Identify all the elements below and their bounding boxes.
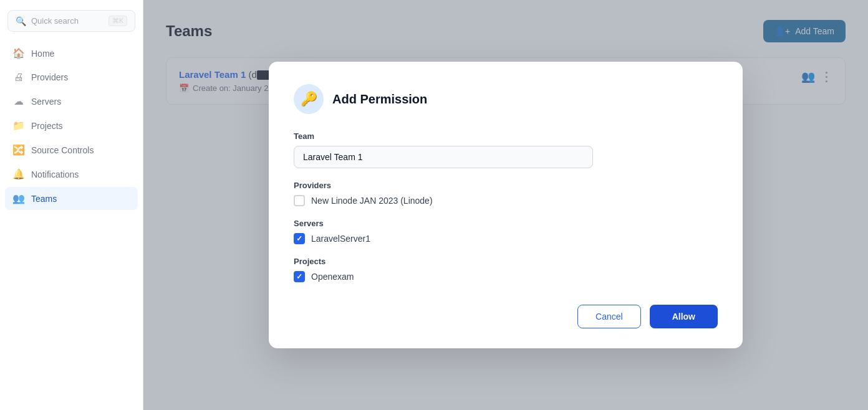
permission-icon: 🔑	[301, 91, 317, 107]
sidebar-item-servers[interactable]: ☁ Servers	[5, 90, 138, 113]
modal-footer: Cancel Allow	[294, 305, 718, 328]
sidebar-item-label: Source Controls	[31, 145, 94, 155]
server-laravelserver1-checkbox[interactable]	[294, 233, 305, 244]
modal-overlay[interactable]: 🔑 Add Permission Team Providers New Lino…	[143, 0, 868, 410]
projects-label: Projects	[294, 257, 718, 266]
sidebar-item-teams[interactable]: 👥 Teams	[5, 187, 138, 210]
servers-label: Servers	[294, 219, 718, 228]
sidebar-item-projects[interactable]: 📁 Projects	[5, 114, 138, 137]
source-controls-icon: 🔀	[12, 144, 25, 156]
add-permission-modal: 🔑 Add Permission Team Providers New Lino…	[269, 62, 743, 348]
sidebar-item-source-controls[interactable]: 🔀 Source Controls	[5, 138, 138, 161]
sidebar-item-home[interactable]: 🏠 Home	[5, 42, 138, 65]
search-icon: 🔍	[16, 16, 26, 26]
team-section: Team	[294, 131, 718, 168]
modal-header: 🔑 Add Permission	[294, 84, 718, 114]
teams-icon: 👥	[12, 193, 25, 204]
sidebar-item-label: Providers	[31, 72, 68, 82]
sidebar-item-label: Home	[31, 49, 54, 59]
sidebar-item-label: Servers	[31, 97, 61, 107]
allow-button[interactable]: Allow	[650, 305, 718, 328]
cancel-button[interactable]: Cancel	[577, 305, 641, 328]
home-icon: 🏠	[12, 47, 25, 59]
server-laravelserver1-label: LaravelServer1	[311, 234, 370, 244]
modal-icon-circle: 🔑	[294, 84, 324, 114]
sidebar-item-notifications[interactable]: 🔔 Notifications	[5, 163, 138, 186]
provider-linode-checkbox[interactable]	[294, 195, 305, 206]
sidebar-item-label: Notifications	[31, 169, 79, 179]
sidebar-nav: 🏠 Home 🖨 Providers ☁ Servers 📁 Projects …	[0, 42, 143, 210]
provider-linode-row: New Linode JAN 2023 (Linode)	[294, 195, 718, 206]
project-openexam-row: Openexam	[294, 271, 718, 282]
search-shortcut: ⌘K	[109, 16, 127, 26]
servers-section: Servers LaravelServer1	[294, 219, 718, 244]
sidebar-item-providers[interactable]: 🖨 Providers	[5, 66, 138, 88]
servers-icon: ☁	[12, 95, 25, 107]
sidebar-item-label: Teams	[31, 194, 57, 204]
modal-title: Add Permission	[332, 92, 427, 107]
quick-search[interactable]: 🔍 Quick search ⌘K	[7, 10, 135, 32]
sidebar: 🔍 Quick search ⌘K 🏠 Home 🖨 Providers ☁ S…	[0, 0, 143, 410]
search-placeholder: Quick search	[31, 16, 104, 26]
providers-section: Providers New Linode JAN 2023 (Linode)	[294, 181, 718, 206]
team-input[interactable]	[294, 146, 593, 168]
provider-linode-label: New Linode JAN 2023 (Linode)	[311, 196, 433, 206]
providers-icon: 🖨	[12, 72, 25, 83]
project-openexam-label: Openexam	[311, 272, 354, 282]
projects-section: Projects Openexam	[294, 257, 718, 282]
notifications-icon: 🔔	[12, 168, 25, 180]
project-openexam-checkbox[interactable]	[294, 271, 305, 282]
server-laravelserver1-row: LaravelServer1	[294, 233, 718, 244]
main-content: Teams 👤+ Add Team Laravel Team 1 (d 2@gm…	[143, 0, 868, 410]
team-label: Team	[294, 131, 718, 141]
providers-label: Providers	[294, 181, 718, 190]
projects-icon: 📁	[12, 120, 25, 131]
sidebar-item-label: Projects	[31, 121, 63, 131]
